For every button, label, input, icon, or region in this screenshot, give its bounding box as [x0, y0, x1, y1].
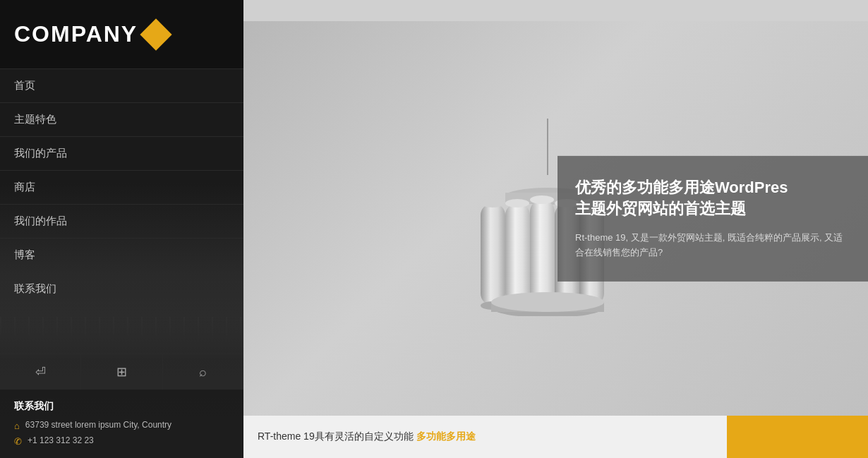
hero-section: 优秀的多功能多用途WordPres主题外贸网站的首选主题 Rt-theme 19…	[243, 21, 868, 416]
address-text: 63739 street lorem ipsum City, Country	[25, 420, 171, 430]
contact-address: ⌂ 63739 street lorem ipsum City, Country	[14, 420, 229, 431]
nav-item-works[interactable]: 我们的作品	[0, 204, 243, 238]
phone-icon: ✆	[14, 436, 22, 447]
sidebar-content: COMPANY 首页 主题特色 我们的产品 商店 我们的作品 博客 联系我们 ⏎…	[0, 0, 243, 458]
nav-item-contact[interactable]: 联系我们	[0, 272, 243, 306]
login-icon: ⏎	[35, 364, 46, 380]
contact-phone: ✆ +1 123 312 32 23	[14, 435, 229, 447]
bottom-text: RT-theme 19具有灵活的自定义功能 多功能多用途	[258, 430, 476, 443]
hero-title: 优秀的多功能多用途WordPres主题外贸网站的首选主题	[575, 176, 850, 220]
logo-area[interactable]: COMPANY	[0, 0, 243, 68]
main-nav: 首页 主题特色 我们的产品 商店 我们的作品 博客 联系我们	[0, 68, 243, 354]
nav-item-products[interactable]: 我们的产品	[0, 136, 243, 170]
bottom-cta-button[interactable]	[727, 416, 868, 458]
home-icon: ⌂	[14, 421, 20, 431]
svg-point-6	[505, 199, 529, 207]
search-button[interactable]: ⌕	[163, 354, 243, 390]
svg-rect-8	[530, 200, 555, 306]
cart-icon: ⊞	[116, 364, 127, 380]
nav-item-blog[interactable]: 博客	[0, 238, 243, 272]
bottom-highlight: 多功能多用途	[416, 430, 476, 442]
nav-item-home[interactable]: 首页	[0, 68, 243, 102]
topbar	[243, 0, 868, 21]
search-icon: ⌕	[199, 365, 207, 380]
svg-point-9	[530, 195, 554, 204]
main-content: 优秀的多功能多用途WordPres主题外贸网站的首选主题 Rt-theme 19…	[243, 0, 868, 458]
nav-item-features[interactable]: 主题特色	[0, 102, 243, 136]
svg-point-19	[491, 292, 604, 312]
contact-section: 联系我们 ⌂ 63739 street lorem ipsum City, Co…	[0, 390, 243, 458]
svg-rect-5	[505, 203, 530, 306]
sidebar: COMPANY 首页 主题特色 我们的产品 商店 我们的作品 博客 联系我们 ⏎…	[0, 0, 243, 458]
svg-rect-2	[481, 203, 505, 306]
cart-button[interactable]: ⊞	[81, 354, 162, 390]
hero-text-overlay: 优秀的多功能多用途WordPres主题外贸网站的首选主题 Rt-theme 19…	[557, 155, 868, 281]
phone-text: +1 123 312 32 23	[28, 435, 94, 445]
lamp-wire	[547, 119, 548, 175]
nav-item-shop[interactable]: 商店	[0, 170, 243, 204]
hero-description: Rt-theme 19, 又是一款外贸网站主题, 既适合纯粹的产品展示, 又适合…	[575, 231, 850, 260]
contact-title: 联系我们	[14, 400, 229, 413]
icon-bar: ⏎ ⊞ ⌕	[0, 354, 243, 390]
login-button[interactable]: ⏎	[0, 354, 81, 390]
bottom-bar: RT-theme 19具有灵活的自定义功能 多功能多用途	[243, 416, 868, 458]
logo-text: COMPANY	[14, 21, 138, 47]
svg-point-3	[481, 199, 505, 207]
logo-diamond-icon	[140, 18, 172, 50]
